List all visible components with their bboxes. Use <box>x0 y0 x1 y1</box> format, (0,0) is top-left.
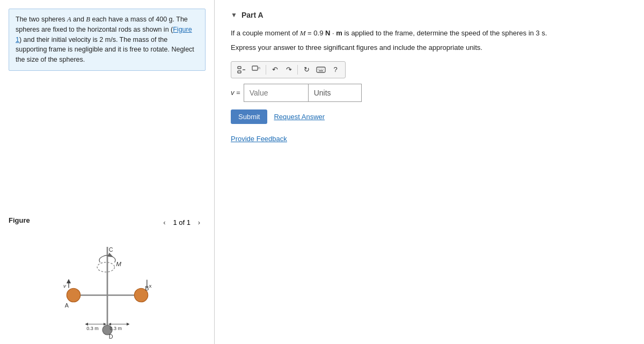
svg-text:C: C <box>108 246 113 253</box>
answer-row: v = <box>231 84 628 102</box>
undo-button[interactable]: ↶ <box>268 64 281 76</box>
left-panel: The two spheres A and B each have a mass… <box>0 0 215 344</box>
provide-feedback-button[interactable]: Provide Feedback <box>231 135 287 143</box>
answer-value-input[interactable] <box>244 84 308 102</box>
svg-point-2 <box>67 288 80 302</box>
figure-nav-text: 1 of 1 <box>173 218 191 226</box>
part-header: ▼ Part A <box>231 11 628 19</box>
svg-text:n: n <box>258 66 260 70</box>
action-row: Submit Request Answer <box>231 109 628 124</box>
figure-link[interactable]: Figure 1 <box>16 26 192 43</box>
question-text: If a couple moment of M = 0.9 N · m is a… <box>231 28 628 54</box>
figure-prev-button[interactable]: ‹ <box>158 217 171 229</box>
request-answer-button[interactable]: Request Answer <box>274 113 325 121</box>
svg-rect-19 <box>238 67 241 69</box>
fraction-button[interactable] <box>235 64 248 76</box>
answer-units-input[interactable] <box>308 84 362 102</box>
keyboard-button[interactable] <box>314 64 328 76</box>
part-arrow-icon: ▼ <box>231 11 237 19</box>
reset-button[interactable]: ↻ <box>300 64 313 76</box>
svg-rect-22 <box>252 66 258 70</box>
keyboard-icon <box>316 65 326 75</box>
question-line2: Express your answer to three significant… <box>231 42 628 54</box>
svg-text:0.3 m: 0.3 m <box>109 326 122 331</box>
question-line1: If a couple moment of M = 0.9 N · m is a… <box>231 28 628 39</box>
sphere-a-label: A <box>67 16 71 23</box>
submit-button[interactable]: Submit <box>231 109 267 124</box>
sphere-b-label: B <box>86 16 90 23</box>
svg-text:0.3 m: 0.3 m <box>86 326 99 331</box>
superscript-icon: n <box>252 65 261 75</box>
redo-button[interactable]: ↷ <box>282 64 295 76</box>
svg-rect-24 <box>317 67 325 72</box>
svg-text:x: x <box>149 283 151 289</box>
problem-statement: The two spheres A and B each have a mass… <box>9 9 206 71</box>
part-title: Part A <box>241 11 264 19</box>
superscript-button[interactable]: n <box>250 64 264 76</box>
figure-diagram: M C D A B v x <box>38 242 177 339</box>
toolbar-divider-2 <box>297 65 298 75</box>
toolbar-divider-1 <box>266 65 266 75</box>
svg-text:v: v <box>63 283 67 289</box>
answer-label: v = <box>231 89 240 97</box>
svg-point-18 <box>97 262 114 272</box>
figure-next-button[interactable]: › <box>193 217 206 229</box>
svg-rect-20 <box>238 71 241 73</box>
svg-text:M: M <box>116 260 121 267</box>
help-button[interactable]: ? <box>329 64 342 76</box>
svg-text:A: A <box>64 302 69 309</box>
right-panel: ▼ Part A If a couple moment of M = 0.9 N… <box>215 0 644 344</box>
fraction-icon <box>237 65 246 75</box>
answer-toolbar: n ↶ ↷ ↻ ? <box>231 61 346 78</box>
figure-label: Figure <box>9 216 30 224</box>
svg-text:D: D <box>108 333 113 339</box>
